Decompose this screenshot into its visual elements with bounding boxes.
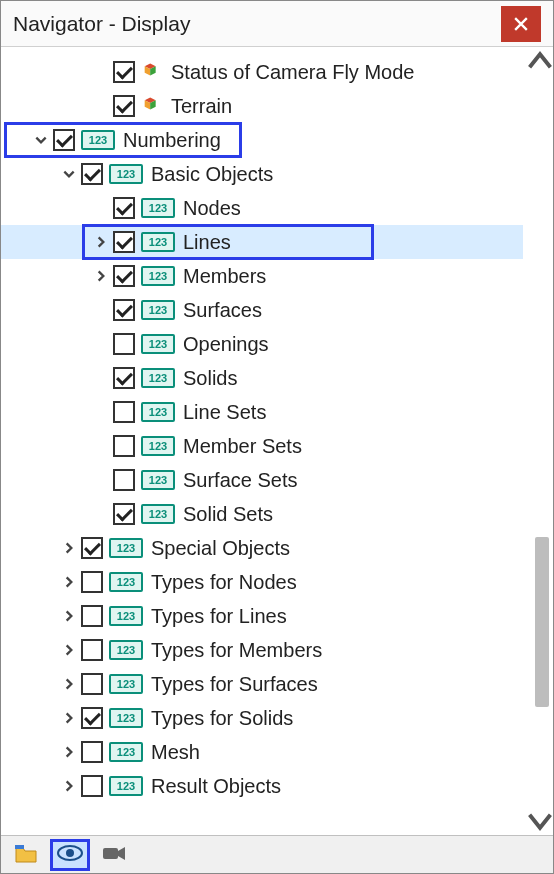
numbering-icon: 123 (141, 198, 175, 218)
visibility-checkbox[interactable] (113, 61, 135, 83)
tree[interactable]: Status of Camera Fly ModeTerrain123Numbe… (1, 47, 523, 835)
expand-caret-icon[interactable] (57, 643, 81, 657)
expand-caret-icon[interactable] (57, 575, 81, 589)
expand-caret-icon[interactable] (57, 609, 81, 623)
display-tab[interactable] (51, 840, 89, 870)
visibility-checkbox[interactable] (81, 775, 103, 797)
tree-row[interactable]: 123Types for Nodes (1, 565, 523, 599)
tree-item-label: Members (183, 265, 266, 288)
tree-row[interactable]: 123Solids (1, 361, 523, 395)
tree-area: Status of Camera Fly ModeTerrain123Numbe… (1, 47, 553, 835)
tree-row[interactable]: 123Openings (1, 327, 523, 361)
numbering-icon: 123 (109, 708, 143, 728)
scrollbar[interactable] (527, 47, 553, 835)
visibility-checkbox[interactable] (113, 401, 135, 423)
tree-row[interactable]: 123Types for Solids (1, 701, 523, 735)
tree-row[interactable]: 123Surface Sets (1, 463, 523, 497)
visibility-checkbox[interactable] (113, 367, 135, 389)
visibility-checkbox[interactable] (113, 333, 135, 355)
numbering-icon: 123 (109, 164, 143, 184)
expand-caret-icon[interactable] (89, 269, 113, 283)
tree-row[interactable]: 123Members (1, 259, 523, 293)
tree-row[interactable]: 123Line Sets (1, 395, 523, 429)
visibility-checkbox[interactable] (81, 537, 103, 559)
numbering-icon: 123 (81, 130, 115, 150)
expand-caret-icon[interactable] (57, 745, 81, 759)
visibility-checkbox[interactable] (81, 707, 103, 729)
tree-item-label: Mesh (151, 741, 200, 764)
visibility-checkbox[interactable] (113, 299, 135, 321)
tree-item-label: Types for Solids (151, 707, 293, 730)
close-button[interactable] (501, 6, 541, 42)
tree-item-label: Line Sets (183, 401, 266, 424)
tree-item-label: Basic Objects (151, 163, 273, 186)
numbering-icon: 123 (109, 640, 143, 660)
scroll-down-icon[interactable] (527, 805, 553, 835)
tree-item-label: Nodes (183, 197, 241, 220)
visibility-checkbox[interactable] (53, 129, 75, 151)
tree-row[interactable]: 123Numbering (5, 123, 241, 157)
eye-icon (57, 844, 83, 866)
visibility-checkbox[interactable] (113, 469, 135, 491)
tree-row[interactable]: 123Lines (1, 225, 523, 259)
tree-row[interactable]: 123Nodes (1, 191, 523, 225)
tree-row[interactable]: Terrain (1, 89, 523, 123)
titlebar: Navigator - Display (1, 1, 553, 47)
numbering-icon: 123 (141, 266, 175, 286)
numbering-icon: 123 (109, 606, 143, 626)
tree-item-label: Types for Surfaces (151, 673, 318, 696)
visibility-checkbox[interactable] (113, 95, 135, 117)
expand-caret-icon[interactable] (57, 711, 81, 725)
numbering-icon: 123 (109, 776, 143, 796)
tree-row[interactable]: 123Types for Lines (1, 599, 523, 633)
visibility-checkbox[interactable] (81, 571, 103, 593)
tree-item-label: Status of Camera Fly Mode (171, 61, 414, 84)
highlight-box (83, 225, 373, 259)
tree-item-label: Numbering (123, 129, 221, 152)
svg-rect-3 (103, 848, 118, 859)
folder-icon (14, 842, 38, 868)
visibility-checkbox[interactable] (81, 163, 103, 185)
numbering-icon: 123 (109, 674, 143, 694)
tree-row[interactable]: Status of Camera Fly Mode (1, 55, 523, 89)
scroll-thumb[interactable] (535, 537, 549, 707)
visibility-checkbox[interactable] (113, 435, 135, 457)
visibility-checkbox[interactable] (81, 673, 103, 695)
tree-row[interactable]: 123Basic Objects (1, 157, 523, 191)
numbering-icon: 123 (109, 538, 143, 558)
svg-point-2 (66, 849, 74, 857)
expand-caret-icon[interactable] (57, 677, 81, 691)
tree-row[interactable]: 123Mesh (1, 735, 523, 769)
tree-row[interactable]: 123Surfaces (1, 293, 523, 327)
views-tab[interactable] (95, 840, 133, 870)
tree-row[interactable]: 123Member Sets (1, 429, 523, 463)
tree-row[interactable]: 123Special Objects (1, 531, 523, 565)
visibility-checkbox[interactable] (113, 503, 135, 525)
data-tab[interactable] (7, 840, 45, 870)
tree-item-label: Types for Lines (151, 605, 287, 628)
expand-caret-icon[interactable] (29, 133, 53, 147)
numbering-icon: 123 (109, 742, 143, 762)
visibility-checkbox[interactable] (81, 605, 103, 627)
numbering-icon: 123 (141, 334, 175, 354)
tree-row[interactable]: 123Types for Surfaces (1, 667, 523, 701)
visibility-checkbox[interactable] (113, 265, 135, 287)
tree-item-label: Types for Members (151, 639, 322, 662)
tree-item-label: Openings (183, 333, 269, 356)
navigator-display-window: Navigator - Display Status of Camera Fly… (0, 0, 554, 874)
expand-caret-icon[interactable] (57, 779, 81, 793)
tree-row[interactable]: 123Result Objects (1, 769, 523, 803)
footer-tabs (1, 835, 553, 873)
expand-caret-icon[interactable] (57, 541, 81, 555)
visibility-checkbox[interactable] (113, 197, 135, 219)
numbering-icon: 123 (141, 470, 175, 490)
expand-caret-icon[interactable] (57, 167, 81, 181)
tree-row[interactable]: 123Types for Members (1, 633, 523, 667)
tree-item-label: Types for Nodes (151, 571, 297, 594)
visibility-checkbox[interactable] (81, 741, 103, 763)
scroll-up-icon[interactable] (527, 47, 553, 77)
visibility-checkbox[interactable] (81, 639, 103, 661)
tree-row[interactable]: 123Solid Sets (1, 497, 523, 531)
window-title: Navigator - Display (13, 12, 501, 36)
tree-item-label: Surfaces (183, 299, 262, 322)
